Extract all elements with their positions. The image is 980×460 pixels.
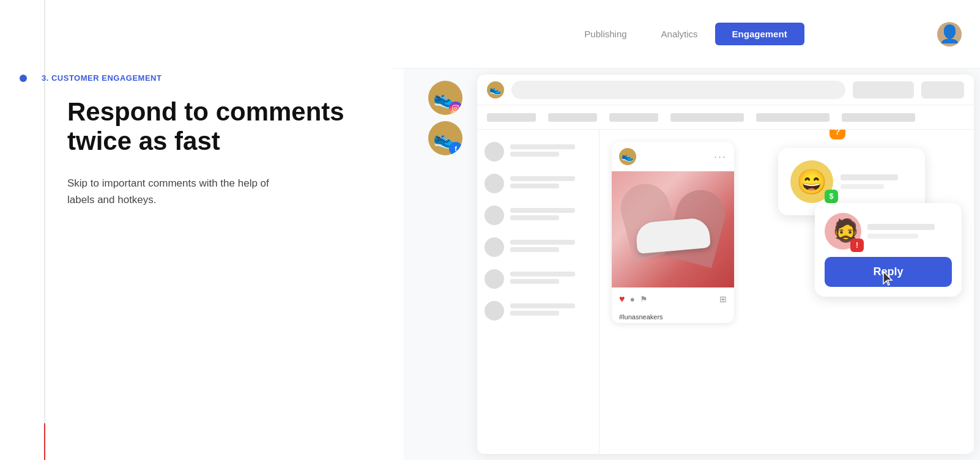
avatar-with-badges: $ ?: [790, 160, 833, 203]
list-item[interactable]: [477, 199, 599, 231]
step-indicator: 3. CUSTOMER ENGAGEMENT: [67, 73, 367, 83]
user-info: [841, 174, 913, 189]
panel-filter-button-1[interactable]: [853, 81, 914, 98]
post-header: 👟 ···: [612, 142, 734, 171]
user-profile-top: $ ?: [790, 160, 913, 203]
panel-main-content: 👟 ··· ♥ ● ⚑ ⊞ #lunasneakers: [600, 130, 974, 454]
tab-publishing[interactable]: Publishing: [567, 23, 644, 45]
right-panel: 👟 👟 f 👟: [404, 69, 980, 460]
badge-question: ?: [830, 130, 845, 139]
description: Skip to important comments with the help…: [67, 175, 367, 208]
panel-filter-button-2[interactable]: [921, 81, 964, 98]
post-footer: ♥ ● ⚑ ⊞: [612, 288, 734, 311]
social-account-facebook[interactable]: 👟 f: [428, 121, 462, 155]
panel-sidebar: [477, 130, 600, 454]
post-hashtag: #lunasneakers: [612, 311, 734, 323]
left-content-area: 3. CUSTOMER ENGAGEMENT Respond to commen…: [0, 73, 404, 208]
tab-analytics[interactable]: Analytics: [644, 23, 715, 45]
instagram-badge: [449, 102, 462, 115]
post-author-avatar: 👟: [619, 148, 636, 165]
badge-exclamation: !: [850, 239, 864, 252]
list-item[interactable]: [477, 136, 599, 168]
flag-icon[interactable]: ⚑: [640, 294, 648, 304]
list-item[interactable]: [477, 231, 599, 263]
badge-dollar: $: [825, 190, 838, 203]
social-accounts-list: 👟 👟 f: [428, 81, 462, 155]
second-avatar-container: !: [825, 213, 861, 250]
vertical-divider: [44, 0, 45, 460]
panel-tab-6[interactable]: [842, 113, 915, 122]
bookmark-icon[interactable]: ⊞: [719, 294, 727, 304]
post-image: [612, 171, 734, 288]
facebook-badge: f: [449, 142, 462, 155]
panel-tab-3[interactable]: [609, 113, 658, 122]
svg-point-1: [455, 107, 457, 109]
social-account-instagram[interactable]: 👟: [428, 81, 462, 115]
list-item[interactable]: [477, 263, 599, 295]
navigation-bar: Publishing Analytics Engagement 👤: [392, 0, 980, 69]
list-item-avatar: [484, 174, 504, 193]
list-item-avatar: [484, 142, 504, 161]
panel-top-bar: 👟: [477, 75, 974, 105]
step-label: 3. CUSTOMER ENGAGEMENT: [42, 73, 161, 83]
second-user-top: !: [825, 213, 952, 250]
svg-rect-0: [453, 105, 459, 111]
step-dot: [20, 75, 27, 82]
panel-tabs: [477, 105, 974, 130]
panel-tab-4[interactable]: [670, 113, 744, 122]
list-item-avatar: [484, 269, 504, 289]
list-item-avatar: [484, 206, 504, 225]
svg-point-2: [457, 106, 458, 108]
user-profile-card-2: ! Reply: [815, 203, 962, 297]
second-user-info: [867, 224, 952, 239]
panel-tab-1[interactable]: [487, 113, 536, 122]
tab-engagement[interactable]: Engagement: [715, 23, 804, 45]
heart-icon[interactable]: ♥: [619, 294, 625, 305]
panel-body: 👟 ··· ♥ ● ⚑ ⊞ #lunasneakers: [477, 130, 974, 454]
panel-tab-2[interactable]: [548, 113, 597, 122]
list-item[interactable]: [477, 295, 599, 327]
list-item[interactable]: [477, 168, 599, 199]
user-avatar[interactable]: 👤: [937, 22, 962, 46]
comment-icon[interactable]: ●: [630, 294, 635, 304]
engagement-panel: 👟: [477, 75, 974, 454]
cursor-pointer: [881, 270, 896, 291]
main-heading: Respond to comments twice as fast: [67, 97, 367, 157]
list-item-avatar: [484, 301, 504, 321]
panel-search-bar[interactable]: [511, 81, 845, 99]
bottom-accent-line: [44, 423, 45, 460]
panel-account-avatar: 👟: [487, 81, 504, 98]
engagement-cards-area: $ ?: [778, 136, 962, 448]
panel-tab-5[interactable]: [756, 113, 830, 122]
post-more-icon[interactable]: ···: [714, 150, 727, 163]
post-card: 👟 ··· ♥ ● ⚑ ⊞ #lunasneakers: [612, 142, 734, 323]
list-item-avatar: [484, 237, 504, 257]
